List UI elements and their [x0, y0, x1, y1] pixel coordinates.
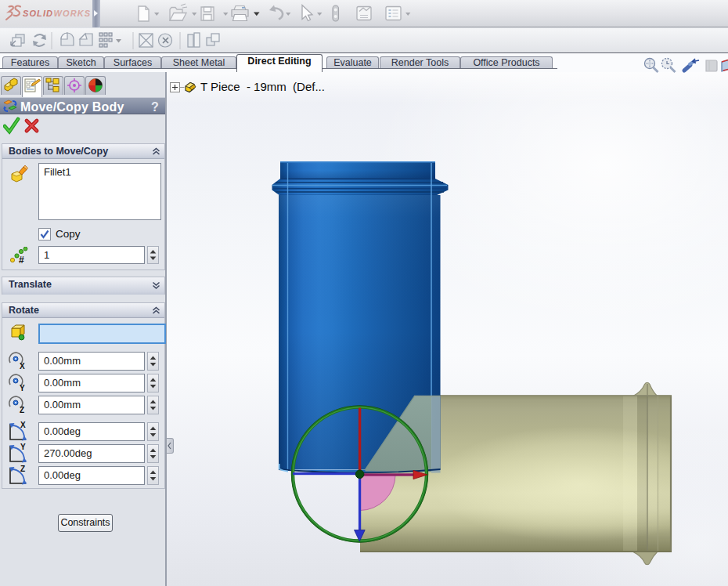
svg-text:SOLID: SOLID — [23, 9, 53, 18]
svg-text:Y: Y — [20, 443, 26, 451]
svg-text:Y: Y — [20, 384, 25, 392]
svg-text:X: X — [20, 362, 25, 371]
svg-text:Z: Z — [20, 406, 24, 414]
svg-text:Z: Z — [20, 465, 25, 473]
svg-text:#: # — [19, 255, 24, 264]
svg-text:X: X — [20, 421, 26, 429]
svg-text:WORKS: WORKS — [54, 9, 92, 18]
